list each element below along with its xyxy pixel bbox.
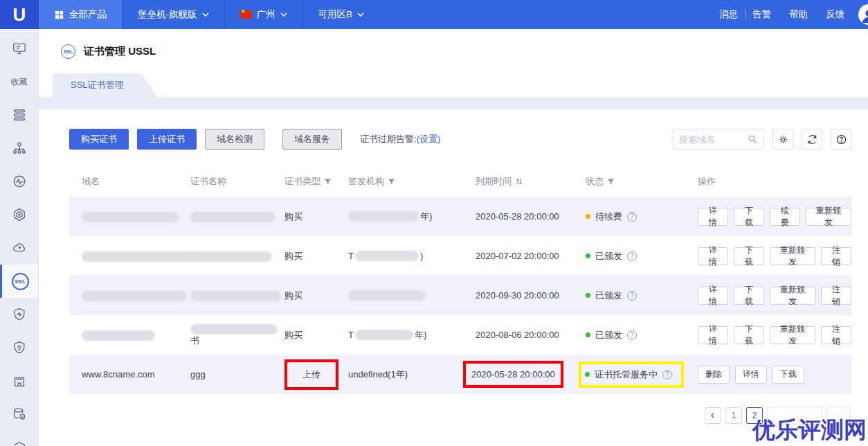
expire-time: 2020-05-28 20:00:00 (471, 369, 555, 380)
pagination: 1 2 (69, 407, 851, 425)
renew-button[interactable]: 续费 (770, 208, 800, 226)
sidebar-castle-icon[interactable] (0, 364, 38, 398)
reissue-button[interactable]: 重新颁发 (770, 247, 815, 265)
domain-check-button[interactable]: 域名检测 (205, 129, 264, 150)
question-icon (835, 134, 847, 145)
status-badge: 已颁发 (586, 289, 684, 302)
redacted-name (190, 212, 275, 222)
detail-button[interactable]: 详情 (698, 287, 728, 305)
tab-band (39, 97, 868, 109)
sidebar-ssl-item[interactable]: SSL (0, 265, 38, 298)
status-dot (586, 293, 590, 298)
expire-alert-label: 证书过期告警:(设置) (360, 133, 440, 145)
top-navbar: U 全部产品 堡垒机-旗舰版 广州 (0, 0, 868, 29)
gear-icon (777, 134, 789, 145)
expire-time: 2020-09-30 20:00:00 (476, 290, 586, 301)
revoke-button[interactable]: 注销 (821, 287, 851, 305)
sidebar-database-sync-icon[interactable] (0, 398, 38, 431)
revoke-button[interactable]: 注销 (821, 326, 851, 344)
table-row: 购买 2020-09-30 20:00:00 已颁发 详情 下载 重新颁发 (69, 276, 851, 315)
nav-help[interactable]: 帮助 (789, 8, 808, 21)
status-dot (586, 214, 590, 219)
ssl-icon: SSL (12, 273, 29, 290)
sidebar-cloud-icon[interactable] (0, 231, 38, 265)
col-name: 证书名称 (190, 175, 284, 188)
detail-button[interactable]: 详情 (698, 208, 728, 226)
yellow-highlight-box: 证书托管服务中 (579, 362, 684, 388)
detail-button[interactable]: 详情 (735, 366, 767, 384)
nav-zone-selector[interactable]: 可用区B (302, 0, 380, 29)
download-button[interactable]: 下载 (734, 287, 764, 305)
cert-table: 域名 证书名称 证书类型 签发机构 到期时间 (69, 166, 851, 394)
nav-feedback[interactable]: 反馈 (826, 8, 844, 21)
nav-all-products[interactable]: 全部产品 (39, 0, 122, 29)
help-button[interactable] (831, 129, 851, 150)
detail-button[interactable]: 详情 (698, 326, 728, 344)
download-button[interactable]: 下载 (734, 247, 764, 265)
sidebar-hexagon-icon[interactable] (0, 198, 38, 231)
detail-button[interactable]: 详情 (698, 247, 728, 265)
status-help-icon[interactable] (627, 330, 637, 340)
redacted-name (190, 291, 282, 301)
status-help-icon[interactable] (627, 251, 637, 261)
settings-button[interactable] (772, 129, 793, 150)
page-title: 证书管理 USSL (84, 45, 156, 58)
grid-icon (54, 10, 64, 20)
table-row: 购买 T) 2020-07-02 20:00:00 已颁发 详情 下载 重新颁发 (69, 236, 851, 276)
sidebar-stack-icon[interactable] (0, 98, 38, 132)
delete-button[interactable]: 删除 (698, 366, 730, 384)
download-button[interactable]: 下载 (772, 366, 804, 384)
nav-alarms[interactable]: 告警 (752, 8, 771, 21)
red-highlight-box: 2020-05-28 20:00:00 (463, 361, 563, 388)
status-dot (586, 332, 590, 337)
status-help-icon[interactable] (627, 212, 637, 222)
watermark: 优乐评测网 (752, 415, 867, 446)
tab-ssl-management[interactable]: SSL证书管理 (53, 73, 158, 97)
sidebar-orgchart-icon[interactable] (0, 132, 38, 165)
sidebar-box-icon[interactable] (0, 431, 38, 446)
nav-messages[interactable]: 消息 (719, 8, 738, 21)
ssl-icon: SSL (61, 44, 75, 59)
filter-icon[interactable] (607, 178, 615, 186)
redacted-name (190, 324, 278, 334)
search-input[interactable] (679, 134, 747, 145)
col-issuer: 签发机构 (348, 175, 476, 188)
domain-service-button[interactable]: 域名服务 (282, 129, 342, 150)
redacted-name (190, 251, 272, 262)
reissue-button[interactable]: 重新颁发 (770, 326, 815, 344)
expire-alert-settings-link[interactable]: (设置) (417, 134, 441, 144)
chevron-down-icon (357, 12, 364, 17)
refresh-button[interactable] (802, 129, 822, 150)
download-button[interactable]: 下载 (734, 208, 764, 226)
left-sidebar: 收藏 SSL (0, 29, 39, 446)
status-dot (586, 253, 590, 258)
reissue-button[interactable]: 重新颁发 (770, 287, 815, 305)
sidebar-monitor-wave-icon[interactable] (0, 165, 38, 198)
page-header: SSL 证书管理 USSL (39, 29, 868, 73)
download-button[interactable]: 下载 (734, 326, 764, 344)
nav-region-selector[interactable]: 广州 (224, 0, 302, 29)
col-domain: 域名 (82, 175, 190, 188)
divider (745, 10, 745, 19)
chevron-down-icon (280, 12, 287, 17)
search-icon[interactable] (747, 134, 758, 145)
revoke-button[interactable]: 注销 (821, 247, 851, 265)
sidebar-favorites[interactable]: 收藏 (0, 65, 38, 98)
prev-page-button[interactable] (705, 407, 721, 424)
reissue-button[interactable]: 重新颁发 (806, 208, 851, 226)
sidebar-shield-wave-icon[interactable] (0, 298, 38, 331)
ucloud-logo[interactable]: U (0, 0, 39, 29)
upload-cert-button[interactable]: 上传证书 (137, 129, 197, 150)
sidebar-shield-list-icon[interactable] (0, 331, 38, 364)
nav-product-menu[interactable]: 堡垒机-旗舰版 (122, 0, 224, 29)
status-help-icon[interactable] (627, 291, 637, 301)
buy-cert-button[interactable]: 购买证书 (69, 129, 129, 150)
filter-icon[interactable] (388, 178, 395, 186)
filter-icon[interactable] (324, 178, 332, 186)
sidebar-console-icon[interactable] (0, 32, 38, 65)
page-button[interactable]: 1 (725, 407, 742, 424)
table-header: 域名 证书名称 证书类型 签发机构 到期时间 (69, 166, 851, 197)
expire-time: 2020-08-06 20:00:00 (476, 330, 586, 340)
status-help-icon[interactable] (662, 370, 672, 380)
sort-icon[interactable] (515, 177, 523, 186)
